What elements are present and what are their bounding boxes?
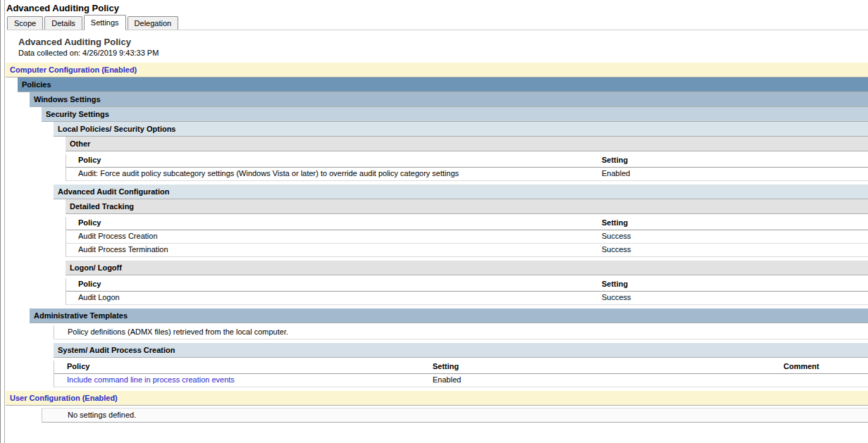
- section-system-audit-process-creation[interactable]: System/ Audit Process Creation: [54, 343, 868, 358]
- table-row: Audit: Force audit policy subcategory se…: [66, 168, 868, 181]
- section-policies[interactable]: Policies: [18, 77, 868, 92]
- table-row: Audit Logon Success: [66, 292, 868, 305]
- policy-setting: Enabled: [602, 168, 868, 180]
- column-header-policy: Policy: [66, 217, 602, 230]
- detailed-tracking-table: Policy Setting Audit Process Creation Su…: [66, 217, 868, 257]
- table-row: Audit Process Creation Success: [66, 230, 868, 244]
- policy-name: Audit: Force audit policy subcategory se…: [66, 168, 602, 180]
- pane-border-outer: [0, 0, 1, 443]
- section-administrative-templates[interactable]: Administrative Templates: [30, 308, 868, 323]
- tab-scope[interactable]: Scope: [7, 16, 43, 30]
- table-header-row: Policy Setting: [66, 154, 868, 168]
- policy-link-include-command-line[interactable]: Include command line in process creation…: [67, 375, 235, 384]
- section-windows-settings[interactable]: Windows Settings: [30, 92, 868, 107]
- policy-setting: Success: [602, 230, 868, 243]
- system-policy-table: Policy Setting Comment Include command l…: [54, 361, 868, 387]
- section-detailed-tracking[interactable]: Detailed Tracking: [66, 199, 868, 214]
- section-security-settings[interactable]: Security Settings: [42, 107, 868, 122]
- data-collected-timestamp: Data collected on: 4/26/2019 9:43:33 PM: [18, 49, 868, 58]
- column-header-policy: Policy: [66, 154, 602, 167]
- table-header-row: Policy Setting: [66, 278, 868, 292]
- table-header-row: Policy Setting Comment: [54, 361, 868, 374]
- section-other[interactable]: Other: [66, 137, 868, 151]
- policy-setting: Enabled: [433, 374, 783, 387]
- column-header-setting: Setting: [602, 278, 868, 291]
- admx-note: Policy definitions (ADMX files) retrieve…: [54, 325, 868, 339]
- tab-details[interactable]: Details: [44, 16, 82, 30]
- section-user-configuration[interactable]: User Configuration (Enabled): [6, 391, 868, 406]
- table-row: Include command line in process creation…: [54, 374, 868, 387]
- logon-logoff-table: Policy Setting Audit Logon Success: [66, 278, 868, 305]
- section-local-policies-security-options[interactable]: Local Policies/ Security Options: [54, 122, 868, 137]
- table-row: Audit Process Termination Success: [66, 244, 868, 257]
- gpmc-settings-pane: Advanced Auditing Policy Scope Details S…: [0, 0, 868, 443]
- policy-setting: Success: [602, 292, 868, 304]
- pane-border-inner: [4, 0, 5, 443]
- column-header-setting: Setting: [602, 217, 868, 230]
- column-header-comment: Comment: [783, 361, 868, 373]
- column-header-setting: Setting: [602, 154, 868, 167]
- no-settings-defined: No settings defined.: [42, 408, 868, 423]
- settings-report: Advanced Auditing Policy Data collected …: [6, 37, 868, 423]
- column-header-policy: Policy: [66, 278, 602, 291]
- tab-delegation[interactable]: Delegation: [128, 16, 179, 30]
- policy-name: Audit Process Termination: [66, 244, 602, 256]
- column-header-policy: Policy: [54, 361, 433, 373]
- policy-setting: Success: [602, 244, 868, 256]
- report-heading: Advanced Auditing Policy: [18, 37, 868, 49]
- policy-name: Audit Process Creation: [66, 230, 602, 243]
- section-computer-configuration[interactable]: Computer Configuration (Enabled): [6, 63, 868, 77]
- policy-name: Audit Logon: [66, 292, 602, 304]
- column-header-setting: Setting: [433, 361, 783, 373]
- table-header-row: Policy Setting: [66, 217, 868, 230]
- page-title: Advanced Auditing Policy: [0, 0, 868, 14]
- tab-strip: Scope Details Settings Delegation: [7, 14, 868, 30]
- section-logon-logoff[interactable]: Logon/ Logoff: [66, 261, 868, 275]
- tab-settings[interactable]: Settings: [84, 15, 126, 30]
- other-policy-table: Policy Setting Audit: Force audit policy…: [66, 154, 868, 181]
- section-advanced-audit-configuration[interactable]: Advanced Audit Configuration: [54, 185, 868, 199]
- policy-comment: [783, 374, 868, 387]
